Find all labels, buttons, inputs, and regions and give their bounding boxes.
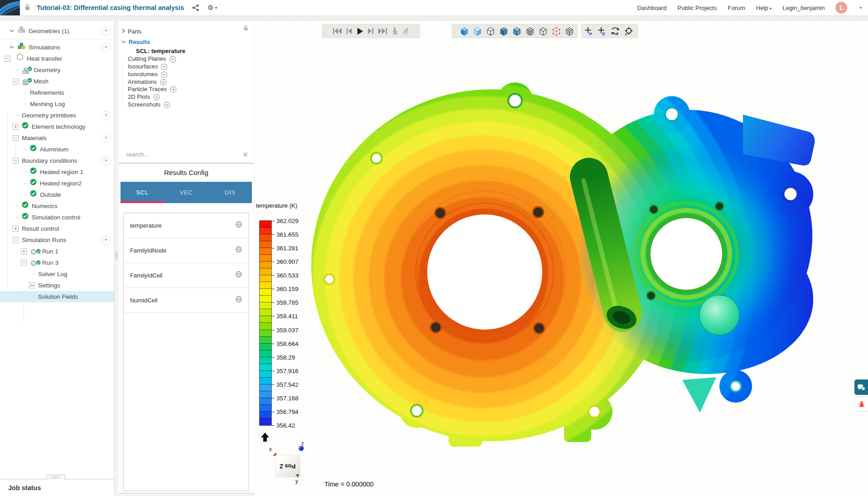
tree-expander[interactable]: − [5, 56, 10, 62]
close-icon[interactable]: ✕ [242, 151, 248, 159]
sidebar-item-aluminium[interactable]: Aluminium [0, 144, 114, 155]
tree-expander[interactable]: − [13, 78, 19, 84]
add-icon[interactable] [153, 94, 160, 101]
sidebar-item-refinements[interactable]: Refinements [0, 87, 114, 98]
add-icon[interactable] [161, 63, 168, 70]
job-status-drag-handle[interactable] [47, 474, 65, 480]
sidebar-item-outside[interactable]: Outside [0, 189, 114, 200]
results-tree-item-isovolumes[interactable]: Isovolumes [128, 70, 168, 78]
globe-icon[interactable] [235, 271, 242, 280]
sidebar-item-materials[interactable]: −Materials+ [0, 132, 114, 144]
nav-public-projects[interactable]: Public Projects [677, 5, 717, 11]
nav-forum[interactable]: Forum [728, 5, 745, 11]
3d-viewport[interactable]: PE temperature (K) 362.029361.655361.281… [254, 21, 868, 496]
add-button[interactable]: + [101, 111, 111, 120]
surface-solid-edges-icon[interactable] [512, 26, 522, 36]
surface-mesh-icon[interactable] [499, 26, 509, 36]
model-3d-differential-casing[interactable] [254, 21, 868, 496]
results-tree-item-cutting-planes[interactable]: Cutting Planes [128, 55, 176, 63]
simscale-logo[interactable] [0, 0, 20, 15]
globe-icon[interactable] [235, 221, 242, 230]
add-icon[interactable] [161, 71, 168, 78]
sidebar-item-simulation-runs[interactable]: −Simulation Runs+ [0, 234, 114, 246]
last-frame-icon[interactable] [378, 27, 388, 35]
field-item-temperature[interactable]: temperature [124, 213, 249, 238]
point-cloud-icon[interactable] [551, 26, 561, 36]
tree-expander[interactable]: + [13, 226, 19, 232]
globe-icon[interactable] [235, 296, 242, 305]
support-chat-button[interactable] [854, 379, 868, 395]
sidebar-item-numerics[interactable]: Numerics [0, 200, 114, 212]
add-button[interactable]: + [101, 236, 111, 245]
sidebar-item-run-3[interactable]: −⚙Run 3 [0, 257, 114, 268]
results-tree-item-particle-traces[interactable]: Particle Traces [128, 85, 177, 93]
pick-edge-icon[interactable]: E [597, 26, 607, 36]
sidebar-item-solver-log[interactable]: Solver Log [0, 268, 114, 280]
add-icon[interactable] [160, 79, 167, 86]
surface-shaded-icon[interactable] [459, 26, 469, 36]
add-icon[interactable] [170, 86, 177, 93]
field-item-familyidcell[interactable]: FamilyIdCell [124, 263, 249, 288]
pick-point-icon[interactable]: P [583, 26, 593, 36]
tree-expander[interactable]: + [13, 124, 19, 130]
walk-mode-icon[interactable] [391, 27, 398, 35]
play-icon[interactable] [356, 27, 364, 35]
chevron-right-icon[interactable] [121, 28, 125, 36]
sidebar-item-heated-region2[interactable]: Heated region2 [0, 178, 114, 189]
add-button[interactable]: + [101, 134, 111, 143]
next-frame-icon[interactable] [367, 27, 375, 35]
rotate-view-icon[interactable] [610, 26, 621, 36]
add-icon[interactable] [164, 102, 170, 108]
tab-vec[interactable]: VEC [164, 182, 208, 203]
sidebar-item-geometries-1[interactable]: Geometries (1)+ [0, 25, 114, 37]
sidebar-item-run-1[interactable]: +⚙Run 1 [0, 246, 114, 257]
user-avatar[interactable]: L [835, 2, 847, 14]
sidebar-item-boundary-conditions[interactable]: −Boundary conditions+ [0, 155, 114, 166]
results-tree-item-parts[interactable]: Parts [121, 28, 141, 36]
mesh-wireframe-grid-icon[interactable] [525, 26, 535, 36]
search-input[interactable] [125, 151, 236, 158]
results-tree-item-results[interactable]: Results [121, 38, 150, 46]
sidebar-item-simulation-control[interactable]: Simulation control [0, 212, 114, 223]
sidebar-item-element-technology[interactable]: +Element technology [0, 121, 114, 132]
sidebar-item-heat-transfer[interactable]: −Heat transfer [0, 53, 114, 64]
chevron-down-icon[interactable]: ▾ [859, 5, 862, 10]
tree-expander[interactable]: − [13, 237, 19, 243]
results-tree-item-scl-temperature[interactable]: SCL: temperature [136, 47, 185, 55]
globe-icon[interactable] [235, 246, 242, 255]
wireframe-icon[interactable] [538, 26, 548, 36]
toolbar-grip[interactable] [324, 26, 328, 36]
center-rotation-icon[interactable] [624, 26, 634, 36]
home-view-button[interactable] [259, 431, 271, 445]
navigation-cube-pos-z[interactable]: Pos Z [275, 455, 300, 477]
report-bug-button[interactable] [854, 396, 868, 412]
tree-expander[interactable]: + [29, 282, 35, 288]
surface-white-edges-icon[interactable] [486, 26, 496, 36]
sidebar-item-settings[interactable]: +Settings [0, 280, 114, 291]
toolbar-grip[interactable] [454, 26, 455, 36]
panel-resize-handle[interactable] [114, 252, 119, 261]
add-icon[interactable] [169, 56, 176, 63]
job-status-panel[interactable]: Job status [0, 479, 114, 496]
sidebar-item-geometry-primitives[interactable]: Geometry primitives+ [0, 110, 114, 121]
tree-expander[interactable]: + [21, 248, 27, 254]
share-icon[interactable] [192, 4, 199, 11]
nav-username[interactable]: Legin_benjamin [782, 5, 825, 11]
sidebar-item-heated-region-1[interactable]: Heated region 1 [0, 166, 114, 178]
first-frame-icon[interactable] [332, 27, 342, 35]
previous-frame-icon[interactable] [345, 27, 353, 35]
tab-dis[interactable]: DIS [208, 182, 252, 203]
results-tree-item-isosurfaces[interactable]: Isosurfaces [128, 63, 168, 71]
add-button[interactable]: + [101, 156, 111, 165]
sidebar-item-result-control[interactable]: +Result control [0, 223, 114, 234]
add-button[interactable]: + [101, 27, 111, 36]
field-item-numidcell[interactable]: NumIdCell [124, 288, 249, 313]
sidebar-item-geometry[interactable]: Geometry [0, 64, 114, 76]
sidebar-item-meshing-log[interactable]: Meshing Log [0, 98, 114, 110]
nav-dashboard[interactable]: Dashboard [637, 5, 667, 11]
results-tree-item-screenshots[interactable]: Screenshots [128, 101, 170, 109]
field-item-familyidnode[interactable]: FamilyIdNode [124, 238, 249, 263]
sidebar-item-simulations[interactable]: Simulations+ [0, 42, 114, 53]
tab-scl[interactable]: SCL [121, 182, 164, 203]
sidebar-item-mesh[interactable]: −Mesh [0, 76, 114, 87]
